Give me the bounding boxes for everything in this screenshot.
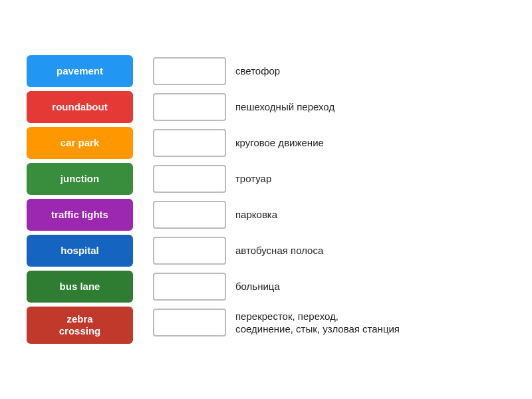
match-label-1: светофор	[235, 65, 280, 78]
match-box-1[interactable]	[153, 57, 226, 85]
match-row-2: пешеходный переход	[153, 91, 505, 123]
match-row-5: парковка	[153, 199, 505, 231]
match-box-2[interactable]	[153, 93, 226, 121]
match-row-8: перекресток, переход, соединение, стык, …	[153, 307, 505, 338]
match-label-3: круговое движение	[235, 136, 324, 150]
word-btn-car-park[interactable]: car park	[27, 127, 133, 159]
match-row-6: автобусная полоса	[153, 235, 505, 267]
match-label-5: парковка	[235, 208, 277, 221]
match-label-6: автобусная полоса	[235, 244, 323, 257]
match-box-4[interactable]	[153, 165, 226, 193]
word-btn-junction[interactable]: junction	[27, 163, 133, 195]
word-btn-hospital[interactable]: hospital	[27, 235, 133, 267]
word-btn-zebra-crossing[interactable]: zebra crossing	[27, 307, 133, 344]
match-list: светофорпешеходный переходкруговое движе…	[153, 55, 505, 338]
main-container: pavementroundaboutcar parkjunctiontraffi…	[0, 35, 532, 364]
word-list: pavementroundaboutcar parkjunctiontraffi…	[27, 55, 133, 344]
word-btn-pavement[interactable]: pavement	[27, 55, 133, 87]
match-label-4: тротуар	[235, 172, 271, 186]
match-box-7[interactable]	[153, 273, 226, 301]
match-box-6[interactable]	[153, 237, 226, 265]
match-label-8: перекресток, переход, соединение, стык, …	[235, 310, 400, 336]
word-btn-bus-lane[interactable]: bus lane	[27, 271, 133, 303]
match-row-7: больница	[153, 271, 505, 303]
match-label-2: пешеходный переход	[235, 100, 334, 114]
match-box-8[interactable]	[153, 309, 226, 336]
match-box-5[interactable]	[153, 201, 226, 229]
match-label-7: больница	[235, 280, 280, 293]
match-box-3[interactable]	[153, 129, 226, 157]
match-row-1: светофор	[153, 55, 505, 87]
word-btn-roundabout[interactable]: roundabout	[27, 91, 133, 123]
match-row-4: тротуар	[153, 163, 505, 195]
word-btn-traffic-lights[interactable]: traffic lights	[27, 199, 133, 231]
match-row-3: круговое движение	[153, 127, 505, 159]
